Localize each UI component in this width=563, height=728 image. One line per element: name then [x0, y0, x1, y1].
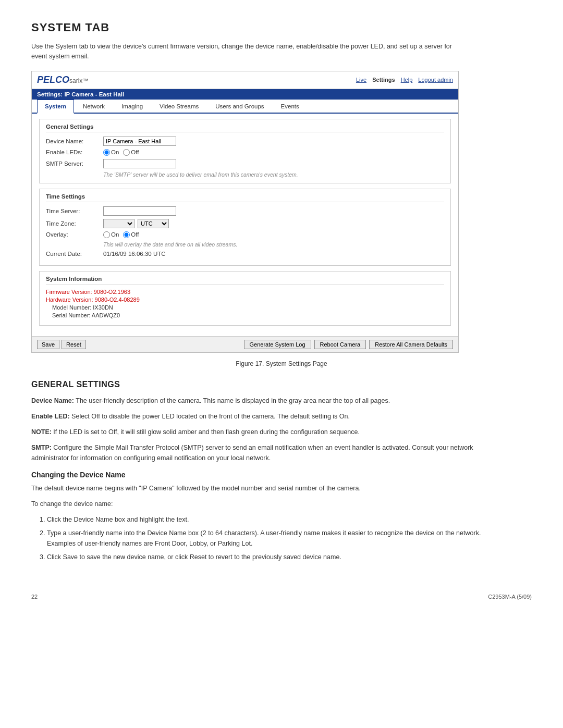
- overlay-label: Overlay:: [46, 231, 103, 238]
- enable-led-text: Select Off to disable the power LED loca…: [70, 413, 350, 420]
- overlay-off-label[interactable]: Off: [123, 231, 139, 238]
- nav-tabs: System Network Imaging Video Streams Use…: [32, 100, 458, 114]
- reset-button[interactable]: Reset: [62, 340, 86, 349]
- current-date-label: Current Date:: [46, 251, 103, 257]
- overlay-on-radio[interactable]: [103, 231, 110, 238]
- smtp-label: SMTP Server:: [46, 161, 103, 167]
- hardware-value: 9080-O2.4-08289: [95, 297, 140, 303]
- enable-led-term: Enable LED:: [31, 413, 70, 420]
- serial-row: Serial Number: AADWQZ0: [52, 312, 444, 318]
- overlay-row: Overlay: On Off: [46, 231, 444, 238]
- smtp-text: Configure the Simple Mail Transfer Proto…: [31, 444, 473, 462]
- smtp-helper: The 'SMTP' server will be used to delive…: [103, 171, 444, 178]
- reboot-button[interactable]: Reboot Camera: [314, 340, 366, 349]
- intro-text: Use the System tab to view the device's …: [31, 42, 459, 61]
- camera-footer: Save Reset Generate System Log Reboot Ca…: [32, 336, 458, 352]
- help-link[interactable]: Help: [401, 77, 413, 83]
- led-on-radio[interactable]: [103, 149, 110, 156]
- camera-header: PELCOsarix™ Live Settings Help Logout ad…: [32, 71, 458, 89]
- time-zone-label: Time Zone:: [46, 220, 103, 227]
- step-2: Type a user-friendly name into the Devic…: [47, 528, 495, 549]
- serial-label: Serial Number:: [52, 312, 90, 318]
- time-zone-row: Time Zone: UTC: [46, 219, 444, 228]
- step-3: Click Save to save the new device name, …: [47, 552, 495, 562]
- led-off-label[interactable]: Off: [123, 149, 139, 156]
- restore-defaults-button[interactable]: Restore All Camera Defaults: [369, 340, 453, 349]
- smtp-term: SMTP:: [31, 444, 52, 451]
- timezone-controls: UTC: [103, 219, 169, 228]
- general-settings-section: General Settings Device Name: Enable LED…: [39, 119, 451, 183]
- tab-users-groups[interactable]: Users and Groups: [207, 100, 272, 114]
- page-title: SYSTEM TAB: [31, 21, 532, 34]
- general-settings-title: General Settings: [46, 124, 444, 132]
- header-links: Live Settings Help Logout admin: [352, 77, 453, 83]
- device-name-label: Device Name:: [46, 138, 103, 144]
- hardware-label: Hardware Version:: [46, 297, 93, 303]
- logo-text: PELCO: [37, 75, 69, 85]
- hardware-row: Hardware Version: 9080-O2.4-08289: [46, 297, 444, 303]
- time-server-input[interactable]: [103, 206, 176, 216]
- model-row: Model Number: IX30DN: [52, 304, 444, 311]
- enable-led-para: Enable LED: Select Off to disable the po…: [31, 411, 500, 422]
- save-button[interactable]: Save: [37, 340, 59, 349]
- current-date-row: Current Date: 01/16/09 16:06:30 UTC: [46, 251, 444, 257]
- tab-video-streams[interactable]: Video Streams: [152, 100, 206, 114]
- current-date-value: 01/16/09 16:06:30 UTC: [103, 251, 166, 257]
- footer-left-buttons: Save Reset: [37, 340, 86, 349]
- logo-suffix: sarix™: [69, 77, 89, 84]
- camera-ui-mockup: PELCOsarix™ Live Settings Help Logout ad…: [31, 71, 459, 353]
- camera-body: General Settings Device Name: Enable LED…: [32, 114, 458, 336]
- tab-events[interactable]: Events: [273, 100, 307, 114]
- device-name-text: The user-friendly description of the cam…: [74, 397, 390, 404]
- note-text: If the LED is set to Off, it will still …: [52, 428, 360, 436]
- enable-leds-row: Enable LEDs: On Off: [46, 149, 444, 156]
- enable-leds-label: Enable LEDs:: [46, 149, 103, 155]
- tab-network[interactable]: Network: [75, 100, 113, 114]
- led-off-radio[interactable]: [123, 149, 130, 156]
- step-1: Click the Device Name box and highlight …: [47, 514, 495, 525]
- firmware-row: Firmware Version: 9080-O2.1963: [46, 289, 444, 295]
- steps-list: Click the Device Name box and highlight …: [47, 514, 532, 562]
- overlay-radio-group: On Off: [103, 231, 139, 238]
- smtp-para: SMTP: Configure the Simple Mail Transfer…: [31, 442, 500, 463]
- tab-system[interactable]: System: [37, 100, 74, 114]
- utc-select[interactable]: UTC: [138, 219, 169, 228]
- model-label: Model Number:: [52, 304, 91, 311]
- time-server-label: Time Server:: [46, 208, 103, 214]
- page-footer: 22 C2953M-A (5/09): [31, 594, 532, 600]
- device-name-input[interactable]: [103, 137, 176, 146]
- changing-device-name-title: Changing the Device Name: [31, 471, 532, 479]
- overlay-helper: This will overlay the date and time on a…: [103, 241, 444, 248]
- tab-imaging[interactable]: Imaging: [114, 100, 151, 114]
- device-name-term: Device Name:: [31, 397, 74, 404]
- serial-value: AADWQZ0: [92, 312, 120, 318]
- timezone-select[interactable]: [103, 219, 134, 228]
- time-settings-title: Time Settings: [46, 193, 444, 202]
- footer-right-buttons: Generate System Log Reboot Camera Restor…: [244, 340, 453, 349]
- device-name-row: Device Name:: [46, 137, 444, 146]
- led-on-label[interactable]: On: [103, 149, 119, 156]
- time-settings-section: Time Settings Time Server: Time Zone: UT…: [39, 189, 451, 266]
- note-term: NOTE:: [31, 428, 52, 436]
- device-name-para: Device Name: The user-friendly descripti…: [31, 396, 500, 406]
- time-server-row: Time Server:: [46, 206, 444, 216]
- smtp-input[interactable]: [103, 159, 176, 168]
- settings-bar: Settings: IP Camera - East Hall: [32, 89, 458, 100]
- figure-caption: Figure 17. System Settings Page: [31, 360, 532, 367]
- smtp-row: SMTP Server:: [46, 159, 444, 168]
- system-info-title: System Information: [46, 276, 444, 285]
- changing-device-name-intro: The default device name begins with "IP …: [31, 483, 500, 493]
- pelco-logo: PELCOsarix™: [37, 75, 89, 85]
- generate-log-button[interactable]: Generate System Log: [244, 340, 311, 349]
- system-info-section: System Information Firmware Version: 908…: [39, 271, 451, 326]
- led-radio-group: On Off: [103, 149, 139, 156]
- model-value: IX30DN: [93, 304, 113, 311]
- settings-link[interactable]: Settings: [372, 77, 395, 83]
- firmware-label: Firmware Version:: [46, 289, 92, 295]
- note-para: NOTE: If the LED is set to Off, it will …: [31, 427, 500, 437]
- logout-link[interactable]: Logout admin: [418, 77, 453, 83]
- overlay-on-label[interactable]: On: [103, 231, 119, 238]
- overlay-off-radio[interactable]: [123, 231, 130, 238]
- live-link[interactable]: Live: [356, 77, 366, 83]
- doc-ref: C2953M-A (5/09): [488, 594, 532, 600]
